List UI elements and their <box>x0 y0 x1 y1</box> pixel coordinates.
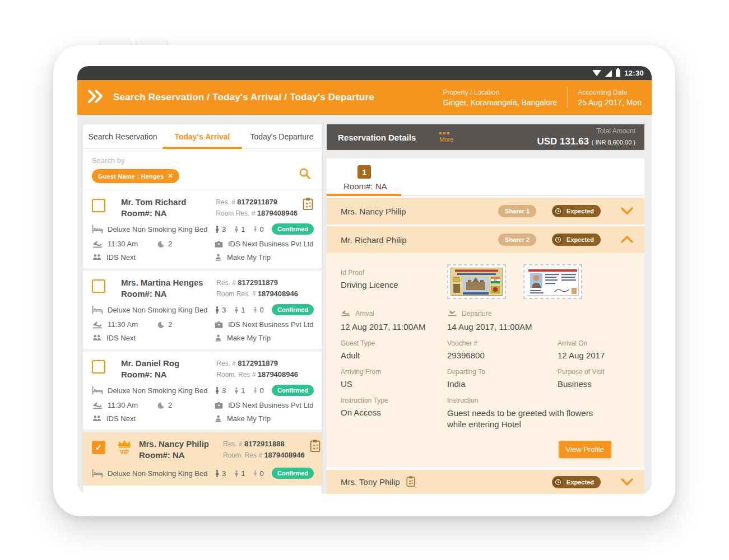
page-title: Search Reservation / Today's Arrival / T… <box>113 92 433 103</box>
expected-label: Expected <box>567 236 594 243</box>
expected-status-badge: Expected <box>552 205 601 217</box>
room-res-no-value: 1879408946 <box>258 290 298 298</box>
id-document-image-front[interactable] <box>447 264 506 299</box>
res-no-label: Res. # <box>216 198 235 206</box>
room-tab-strip: 1 Room#: NA <box>327 158 644 196</box>
tab-todays-arrival[interactable]: Today's Arrival <box>162 124 242 148</box>
guest-row[interactable]: Mrs. Tony Philip Expected <box>327 470 644 494</box>
reservation-card[interactable]: Mr. Daniel Rog Room#: NA Res. # 81729118… <box>83 352 322 430</box>
travel-agent-name: Make My Trip <box>227 253 271 262</box>
room-number: Room#: NA <box>121 288 205 300</box>
instruction-type-label: Instruction Type <box>341 396 447 404</box>
moon-icon <box>157 321 165 329</box>
reservation-card-selected[interactable]: ✓ VIP Mrs. Nancy Philip Room#: NA Res. #… <box>83 432 322 486</box>
id-document-image-back[interactable] <box>523 264 582 299</box>
plane-departure-icon <box>447 309 457 318</box>
child-count: 1 <box>241 306 245 314</box>
total-amount-inr: ( INR 8,600.00 ) <box>592 139 635 146</box>
instruction-type-value: On Access <box>341 408 447 417</box>
departure-value: 14 Aug 2017, 11:00AM <box>447 322 558 332</box>
guest-name: Mr. Daniel Rog <box>121 358 205 369</box>
moon-icon <box>157 402 165 409</box>
sharer-badge: Sharer 1 <box>498 205 536 217</box>
arrival-time: 11:30 Am <box>108 240 138 248</box>
sharer-badge: Sharer 2 <box>498 234 536 246</box>
room-res-no-label: Room. Res # <box>223 451 262 459</box>
reservation-checkbox-checked[interactable]: ✓ <box>92 441 105 454</box>
clipboard-icon[interactable] <box>406 475 416 489</box>
room-number: Room#: NA <box>139 450 223 461</box>
reservation-checkbox[interactable] <box>92 360 105 374</box>
sharer-guest-name: Mrs. Tony Philip <box>341 477 400 487</box>
accounting-date-value: 25 Aug 2017, Mon <box>578 98 642 107</box>
group-icon <box>92 254 102 261</box>
room-type: Deluxe Non Smoking King Bed <box>108 225 208 234</box>
details-header-bar: Reservation Details More Total Amount US… <box>327 124 644 150</box>
briefcase-icon <box>214 401 224 409</box>
arriving-from-label: Arriving From <box>341 368 447 376</box>
sharer-guest-name: Mrs. Nancy Philip <box>341 207 406 216</box>
app-screen: 12:30 Search Reservation / Today's Arriv… <box>77 66 652 494</box>
departing-to-label: Departing To <box>447 368 558 376</box>
plane-arrival-icon <box>341 309 351 318</box>
battery-icon <box>616 69 620 77</box>
tab-todays-departure[interactable]: Today's Departure <box>242 124 322 148</box>
crown-icon <box>117 439 132 450</box>
status-badge: Confirmed <box>272 468 314 479</box>
more-button[interactable]: More <box>439 132 453 143</box>
reservation-checkbox[interactable] <box>92 199 105 212</box>
reservation-checkbox[interactable] <box>92 279 105 293</box>
room-type: Deluxe Non Smoking King Bed <box>108 386 208 395</box>
departure-label: Departure <box>462 310 491 318</box>
total-amount-label: Total Amount <box>537 127 635 135</box>
voucher-label: Voucher # <box>447 339 558 347</box>
res-no-label: Res. # <box>216 360 236 367</box>
search-section: Search by Guest Name : Henges ✕ <box>83 149 322 190</box>
guest-row[interactable]: Mrs. Nancy Philip Sharer 1 Expected <box>327 198 644 225</box>
accounting-date-label: Accounting Date <box>578 88 642 96</box>
search-icon[interactable] <box>298 167 312 183</box>
travel-agent-name: Make My Trip <box>227 414 271 423</box>
double-chevron-icon[interactable] <box>86 87 105 108</box>
infant-count: 0 <box>259 469 263 478</box>
room-count-badge: 1 <box>357 165 371 179</box>
purpose-of-visit-label: Purpose of Visit <box>558 368 644 376</box>
agent-icon <box>214 253 222 262</box>
group-icon <box>92 415 102 422</box>
departing-to-value: India <box>447 379 558 389</box>
chevron-down-icon[interactable] <box>620 477 634 487</box>
res-no-value: 8172911879 <box>238 278 278 287</box>
close-icon[interactable]: ✕ <box>168 172 173 180</box>
guest-type-value: Adult <box>341 351 447 360</box>
chevron-down-icon[interactable] <box>620 206 634 216</box>
room-number: Room#: NA <box>121 208 205 219</box>
agent-icon <box>214 334 222 342</box>
room-type: Deluxe Non Smoking King Bed <box>108 469 208 478</box>
arrival-on-value: 12 Aug 2017 <box>558 351 644 360</box>
bed-icon <box>92 386 103 395</box>
res-no-value: 8172911879 <box>237 198 277 206</box>
room-tab[interactable]: Room#: NA <box>343 181 644 191</box>
tab-search-reservation[interactable]: Search Reservation <box>83 124 162 148</box>
status-badge: Confirmed <box>272 223 314 235</box>
arrival-on-label: Arrival On <box>558 339 644 347</box>
infant-count: 0 <box>259 386 263 395</box>
briefcase-icon <box>214 320 224 329</box>
expected-label: Expected <box>567 479 594 486</box>
content-area: Search Reservation Today's Arrival Today… <box>77 115 652 494</box>
details-title: Reservation Details <box>338 133 416 142</box>
guest-row-expanded-header[interactable]: Mr. Richard Philip Sharer 2 Expected <box>327 226 644 253</box>
travel-agent-name: Make My Trip <box>227 334 271 342</box>
clipboard-icon[interactable] <box>309 439 321 460</box>
child-count: 1 <box>241 386 245 395</box>
arrival-time: 11:30 Am <box>108 320 138 329</box>
reservation-list-panel: Search Reservation Today's Arrival Today… <box>83 124 322 494</box>
clipboard-icon[interactable] <box>302 197 314 218</box>
reservation-card[interactable]: Mr. Tom Richard Room#: NA Res. # 8172911… <box>83 190 322 268</box>
guest-name-filter-chip[interactable]: Guest Name : Henges ✕ <box>92 169 179 183</box>
purpose-of-visit-value: Business <box>558 379 644 389</box>
reservation-card[interactable]: Mrs. Martina Henges Room#: NA Res. # 817… <box>83 271 322 349</box>
nights-count: 2 <box>168 320 172 329</box>
chevron-up-icon[interactable] <box>620 235 634 245</box>
view-profile-button[interactable]: View Profile <box>559 441 611 458</box>
